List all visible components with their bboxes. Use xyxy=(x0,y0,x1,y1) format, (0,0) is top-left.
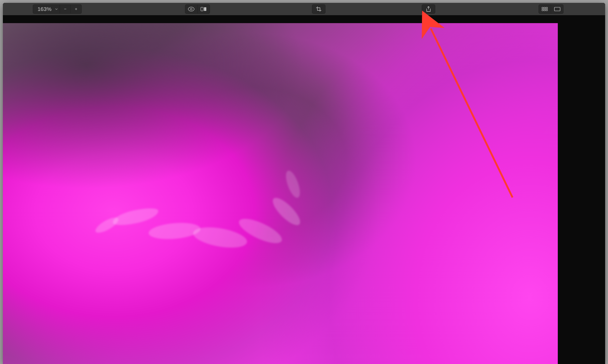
single-view-icon xyxy=(554,7,560,11)
svg-rect-2 xyxy=(204,7,206,11)
crop-button[interactable] xyxy=(312,4,325,14)
image-petal-highlight xyxy=(192,224,249,251)
svg-rect-4 xyxy=(544,7,546,9)
layout-group xyxy=(539,4,564,14)
minus-icon: − xyxy=(64,7,66,11)
grid-icon xyxy=(542,7,548,11)
share-group xyxy=(422,4,435,14)
single-view-button[interactable] xyxy=(551,4,564,14)
plus-icon: + xyxy=(75,7,77,11)
svg-rect-3 xyxy=(542,7,543,9)
share-button[interactable] xyxy=(422,4,435,14)
zoom-level-dropdown[interactable]: 163% xyxy=(33,4,60,14)
grid-view-button[interactable] xyxy=(539,4,551,14)
svg-point-0 xyxy=(190,8,192,10)
content-area xyxy=(3,23,605,364)
view-mode-group xyxy=(185,4,210,14)
chevron-down-icon xyxy=(55,8,58,11)
image-petal-highlight xyxy=(93,215,120,235)
compare-toggle-button[interactable] xyxy=(197,4,210,14)
zoom-group: 163% − + xyxy=(33,4,82,14)
zoom-out-button[interactable]: − xyxy=(60,4,71,14)
zoom-level-value: 163% xyxy=(37,6,52,12)
svg-rect-7 xyxy=(544,9,546,11)
toolbar: 163% − + xyxy=(3,3,605,15)
image-canvas[interactable] xyxy=(3,23,558,364)
compare-icon xyxy=(201,7,207,11)
svg-rect-5 xyxy=(546,7,548,9)
svg-rect-9 xyxy=(554,7,560,11)
image-petal-highlight xyxy=(148,221,201,241)
crop-icon xyxy=(316,6,322,12)
editor-window: 163% − + xyxy=(3,3,605,364)
preview-toggle-button[interactable] xyxy=(185,4,197,14)
share-icon xyxy=(426,6,431,12)
zoom-in-button[interactable]: + xyxy=(71,4,82,14)
svg-rect-1 xyxy=(201,7,203,11)
eye-icon xyxy=(188,7,195,11)
svg-rect-6 xyxy=(542,9,543,11)
crop-group xyxy=(312,4,325,14)
svg-rect-8 xyxy=(546,9,548,11)
